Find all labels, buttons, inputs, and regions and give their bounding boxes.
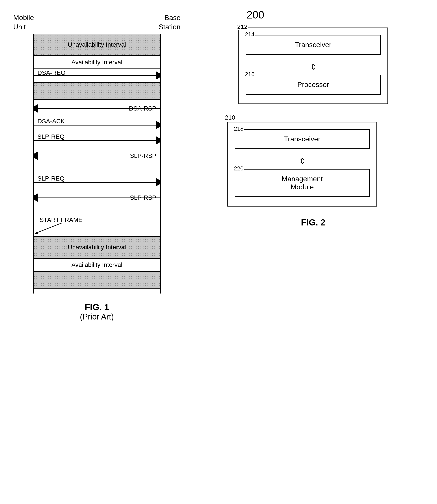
slp-rsp-2-label: SLP-RSP xyxy=(130,194,156,201)
double-arrow-symbol-210: ⇕ xyxy=(299,157,306,165)
processor-200-box: 216 Processor xyxy=(246,75,381,95)
sequence-diagram: Unavailability Interval Availability Int… xyxy=(20,34,174,294)
dsa-req-arrowhead xyxy=(156,74,160,78)
fig1-caption: FIG. 1 (Prior Art) xyxy=(20,302,174,321)
fig1-header-labels: Mobile Unit Base Station xyxy=(13,13,185,31)
base-station-label: Base Station xyxy=(159,13,180,31)
fig2-caption: FIG. 2 xyxy=(301,217,325,227)
slp-req-2-arrowhead xyxy=(156,180,160,184)
processing-block-1 xyxy=(20,82,174,100)
slp-rsp-2-row: SLP-RSP xyxy=(20,190,174,206)
fig1-subtitle: (Prior Art) xyxy=(20,312,174,321)
availability-2-label: Availability Interval xyxy=(71,261,122,268)
slp-req-1-row: SLP-REQ xyxy=(20,133,174,148)
availability-interval-2: Availability Interval xyxy=(20,258,174,271)
slp-req-1-label: SLP-REQ xyxy=(37,133,65,140)
fig2-title-number: 200 xyxy=(247,9,264,21)
availability-interval-1: Availability Interval xyxy=(20,56,174,69)
dsa-ack-row: DSA-ACK xyxy=(20,117,174,133)
final-dotted-block xyxy=(20,271,174,289)
management-210-label: 220 xyxy=(233,165,244,172)
transceiver-210-text: Transceiver xyxy=(284,135,320,143)
transceiver-210-box: 218 Transceiver xyxy=(235,129,370,149)
double-arrow-200: ⇕ xyxy=(246,61,381,72)
transceiver-210-label: 218 xyxy=(233,125,244,132)
dsa-ack-arrowhead xyxy=(156,123,160,127)
processor-200-text: Processor xyxy=(297,81,329,89)
dsa-rsp-label: DSA-RSP xyxy=(129,105,156,112)
unavailability-interval-1: Unavailability Interval xyxy=(20,34,174,56)
slp-req-1-arrowhead xyxy=(156,138,160,142)
management-210-text: Management Module xyxy=(282,175,323,191)
device-210-wrapper: 210 218 Transceiver ⇕ 220 Management Mod… xyxy=(228,122,399,207)
processor-200-label: 216 xyxy=(244,71,255,78)
slp-req-2-label: SLP-REQ xyxy=(37,175,65,182)
svg-marker-1 xyxy=(35,231,38,234)
fig1-title: FIG. 1 xyxy=(20,302,174,312)
availability-1-label: Availability Interval xyxy=(71,59,122,66)
fig2-caption-title: FIG. 2 xyxy=(301,217,325,227)
transceiver-200-label: 214 xyxy=(244,31,255,38)
device-200-label: 212 xyxy=(237,23,248,30)
device-210-outer-label: 210 xyxy=(224,114,236,121)
device-210-box: 218 Transceiver ⇕ 220 Management Module xyxy=(228,122,377,207)
dsa-rsp-row: DSA-RSP xyxy=(20,100,174,117)
transceiver-200-text: Transceiver xyxy=(295,41,332,49)
dsa-rsp-arrowhead xyxy=(34,107,38,110)
management-210-box: 220 Management Module xyxy=(235,169,370,197)
slp-rsp-1-row: SLP-RSP xyxy=(20,148,174,164)
fig1-container: Mobile Unit Base Station Unavailability … xyxy=(13,9,185,495)
fig2-container: 200 212 214 Transceiver ⇕ 216 Processor … xyxy=(185,9,424,495)
mobile-unit-label: Mobile Unit xyxy=(13,13,40,31)
dsa-req-label: DSA-REQ xyxy=(37,69,66,76)
dsa-req-row: DSA-REQ xyxy=(20,69,174,82)
slp-req-2-row: SLP-REQ xyxy=(20,175,174,190)
slp-rsp-2-arrowhead xyxy=(34,196,38,200)
transceiver-200-box: 214 Transceiver xyxy=(246,35,381,55)
dsa-ack-label: DSA-ACK xyxy=(37,118,65,125)
double-arrow-symbol-200: ⇕ xyxy=(310,63,317,71)
unavailability-2-label: Unavailability Interval xyxy=(68,244,126,251)
device-200-box: 212 214 Transceiver ⇕ 216 Processor xyxy=(238,28,388,104)
svg-line-0 xyxy=(36,223,62,233)
slp-rsp-1-label: SLP-RSP xyxy=(130,152,156,159)
slp-rsp-1-arrowhead xyxy=(34,154,38,158)
unavailability-1-label: Unavailability Interval xyxy=(68,41,126,48)
double-arrow-210: ⇕ xyxy=(235,156,370,167)
unavailability-interval-2: Unavailability Interval xyxy=(20,236,174,258)
